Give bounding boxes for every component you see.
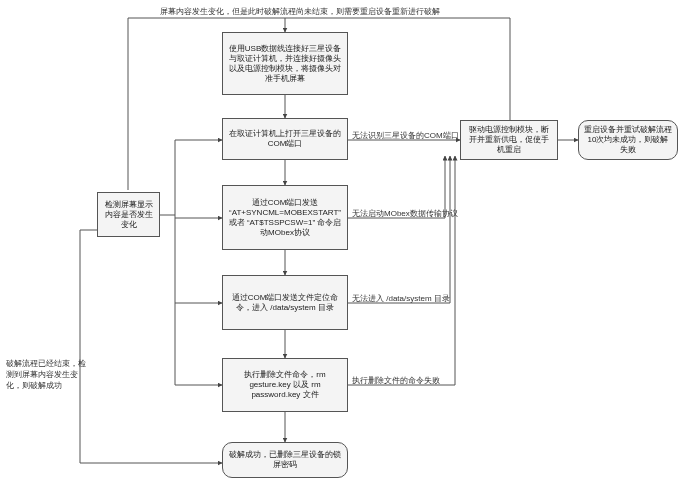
node-rm-keys: 执行删除文件命令，rm gesture.key 以及 rm password.k… xyxy=(222,358,348,412)
node-retry-fail: 重启设备并重试破解流程10次均未成功，则破解失败 xyxy=(578,120,678,160)
node-text: 重启设备并重试破解流程10次均未成功，则破解失败 xyxy=(584,125,672,155)
label-rm-fail: 执行删除文件的命令失败 xyxy=(352,375,440,386)
node-text: 使用USB数据线连接好三星设备与取证计算机，并连接好摄像头以及电源控制模块，将摄… xyxy=(228,44,342,84)
node-usb-setup: 使用USB数据线连接好三星设备与取证计算机，并连接好摄像头以及电源控制模块，将摄… xyxy=(222,32,348,95)
label-success-path: 破解流程已经结束，检测到屏幕内容发生变化，则破解成功 xyxy=(6,358,91,391)
node-text: 检测屏幕显示内容是否发生变化 xyxy=(103,200,154,230)
label-com-fail: 无法识别三星设备的COM端口 xyxy=(352,130,459,141)
node-text: 通过COM端口发送文件定位命令，进入 /data/system 目录 xyxy=(228,293,342,313)
node-start-mobex: 通过COM端口发送 “AT+SYNCML=MOBEXSTART” 或者 “AT$… xyxy=(222,185,348,250)
node-success: 破解成功，已删除三星设备的锁屏密码 xyxy=(222,442,348,478)
node-text: 通过COM端口发送 “AT+SYNCML=MOBEXSTART” 或者 “AT$… xyxy=(228,198,342,238)
label-mobex-fail: 无法启动MObex数据传输协议 xyxy=(352,208,458,219)
node-open-com: 在取证计算机上打开三星设备的COM端口 xyxy=(222,118,348,160)
node-power-cycle: 驱动电源控制模块，断开并重新供电，促使手机重启 xyxy=(460,120,558,160)
label-top-loop: 屏幕内容发生变化，但是此时破解流程尚未结束，则需要重启设备重新进行破解 xyxy=(160,6,440,17)
node-text: 破解成功，已删除三星设备的锁屏密码 xyxy=(228,450,342,470)
node-text: 驱动电源控制模块，断开并重新供电，促使手机重启 xyxy=(466,125,552,155)
node-text: 执行删除文件命令，rm gesture.key 以及 rm password.k… xyxy=(228,370,342,400)
node-check-screen: 检测屏幕显示内容是否发生变化 xyxy=(97,192,160,237)
node-text: 在取证计算机上打开三星设备的COM端口 xyxy=(228,129,342,149)
node-cd-data-system: 通过COM端口发送文件定位命令，进入 /data/system 目录 xyxy=(222,275,348,330)
label-cd-fail: 无法进入 /data/system 目录 xyxy=(352,293,450,304)
